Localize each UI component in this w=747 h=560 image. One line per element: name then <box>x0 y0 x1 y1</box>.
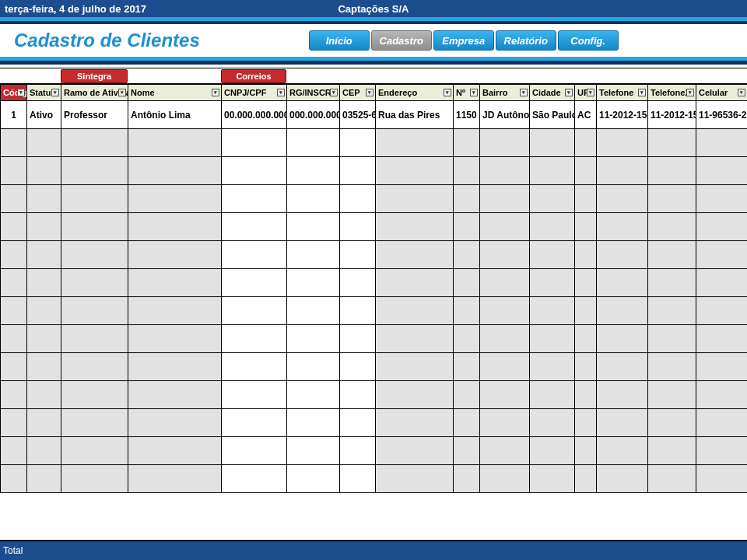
table-row[interactable] <box>1 325 748 353</box>
column-header[interactable]: CNPJ/CPF▾ <box>222 85 287 101</box>
cell[interactable] <box>530 213 575 241</box>
cell[interactable] <box>696 241 748 269</box>
cell[interactable] <box>222 157 287 185</box>
cell[interactable] <box>287 381 340 409</box>
filter-dropdown-icon[interactable]: ▾ <box>638 89 646 96</box>
cell[interactable] <box>61 213 128 241</box>
cell[interactable] <box>340 465 376 493</box>
filter-dropdown-icon[interactable]: ▾ <box>51 89 59 96</box>
cell[interactable] <box>530 129 575 157</box>
cell[interactable] <box>128 409 222 437</box>
cell[interactable]: Antônio Lima <box>128 101 222 129</box>
cell[interactable] <box>287 213 340 241</box>
cell[interactable] <box>376 157 454 185</box>
cell[interactable] <box>454 213 480 241</box>
cell[interactable] <box>648 129 696 157</box>
cell[interactable]: 11-96536-2276 <box>696 101 748 129</box>
cell[interactable] <box>128 185 222 213</box>
cell[interactable] <box>530 269 575 297</box>
table-row[interactable] <box>1 241 748 269</box>
cell[interactable]: 11-2012-1515 <box>597 101 648 129</box>
cell[interactable]: Professor <box>61 101 128 129</box>
cell[interactable] <box>530 409 575 437</box>
column-header[interactable]: Código▾ <box>1 85 27 101</box>
cell[interactable] <box>1 297 27 325</box>
column-header[interactable]: UF▾ <box>575 85 597 101</box>
cell[interactable] <box>340 297 376 325</box>
table-row[interactable] <box>1 437 748 465</box>
filter-dropdown-icon[interactable]: ▾ <box>330 89 338 96</box>
cell[interactable] <box>696 465 748 493</box>
cell[interactable] <box>376 129 454 157</box>
cell[interactable] <box>1 437 27 465</box>
cell[interactable] <box>575 241 597 269</box>
table-row[interactable] <box>1 465 748 493</box>
cell[interactable] <box>597 381 648 409</box>
cell[interactable]: Rua das Pires <box>376 101 454 129</box>
cell[interactable] <box>454 157 480 185</box>
table-row[interactable] <box>1 409 748 437</box>
cell[interactable] <box>648 409 696 437</box>
cell[interactable] <box>222 465 287 493</box>
cell[interactable]: 03525-630 <box>340 101 376 129</box>
cell[interactable] <box>696 129 748 157</box>
cell[interactable] <box>530 381 575 409</box>
nav-inicio-button[interactable]: Início <box>309 30 370 51</box>
cell[interactable] <box>575 381 597 409</box>
cell[interactable] <box>696 381 748 409</box>
cell[interactable] <box>376 437 454 465</box>
cell[interactable] <box>454 129 480 157</box>
cell[interactable] <box>454 241 480 269</box>
cell[interactable] <box>480 353 530 381</box>
cell[interactable] <box>454 409 480 437</box>
filter-dropdown-icon[interactable]: ▾ <box>565 89 573 96</box>
cell[interactable] <box>340 353 376 381</box>
cell[interactable] <box>454 185 480 213</box>
cell[interactable] <box>128 437 222 465</box>
nav-empresa-button[interactable]: Empresa <box>433 30 494 51</box>
cell[interactable] <box>454 269 480 297</box>
correios-button[interactable]: Correios <box>221 69 286 83</box>
cell[interactable] <box>1 269 27 297</box>
column-header[interactable]: Telefone2▾ <box>648 85 696 101</box>
cell[interactable] <box>1 213 27 241</box>
cell[interactable] <box>27 409 61 437</box>
filter-dropdown-icon[interactable]: ▾ <box>366 89 374 96</box>
cell[interactable] <box>480 129 530 157</box>
cell[interactable] <box>27 353 61 381</box>
cell[interactable] <box>340 185 376 213</box>
cell[interactable] <box>1 381 27 409</box>
cell[interactable] <box>287 409 340 437</box>
cell[interactable] <box>376 213 454 241</box>
cell[interactable] <box>648 325 696 353</box>
cell[interactable] <box>696 213 748 241</box>
cell[interactable] <box>376 185 454 213</box>
cell[interactable] <box>222 353 287 381</box>
cell[interactable] <box>376 241 454 269</box>
column-header[interactable]: Telefone▾ <box>597 85 648 101</box>
cell[interactable] <box>454 437 480 465</box>
cell[interactable] <box>480 381 530 409</box>
cell[interactable] <box>128 213 222 241</box>
column-header[interactable]: Endereço▾ <box>376 85 454 101</box>
cell[interactable] <box>376 409 454 437</box>
cell[interactable] <box>575 325 597 353</box>
cell[interactable] <box>454 353 480 381</box>
cell[interactable] <box>480 157 530 185</box>
cell[interactable] <box>340 157 376 185</box>
cell[interactable] <box>1 409 27 437</box>
cell[interactable] <box>530 437 575 465</box>
cell[interactable] <box>61 325 128 353</box>
sintegra-button[interactable]: Sintegra <box>61 69 128 83</box>
cell[interactable] <box>287 297 340 325</box>
cell[interactable] <box>376 465 454 493</box>
cell[interactable] <box>128 381 222 409</box>
cell[interactable] <box>575 185 597 213</box>
table-row[interactable] <box>1 213 748 241</box>
table-row[interactable]: 1AtivoProfessorAntônio Lima00.000.000.00… <box>1 101 748 129</box>
cell[interactable] <box>128 241 222 269</box>
filter-dropdown-icon[interactable]: ▾ <box>17 89 25 96</box>
cell[interactable] <box>648 381 696 409</box>
cell[interactable] <box>530 157 575 185</box>
filter-dropdown-icon[interactable]: ▾ <box>470 89 478 96</box>
